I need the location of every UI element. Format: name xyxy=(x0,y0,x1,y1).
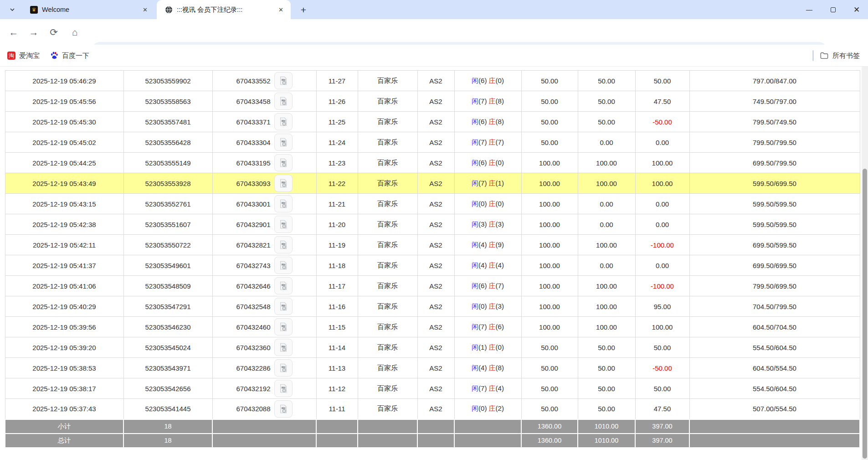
game-name: 百家乐 xyxy=(358,71,417,91)
forward-button[interactable]: → xyxy=(26,25,41,40)
video-replay-button[interactable] xyxy=(274,339,293,356)
tab-search-button[interactable] xyxy=(5,3,19,16)
tab-bet-records[interactable]: :::视讯 会员下注纪录::: ✕ xyxy=(157,0,291,19)
bet-amount-link[interactable]: 50.00 xyxy=(521,132,578,153)
bet-amount-link[interactable]: 50.00 xyxy=(521,358,578,378)
video-replay-button[interactable] xyxy=(274,195,293,212)
home-button[interactable]: ⌂ xyxy=(67,25,82,40)
tab-strip: ♛ Welcome ✕ :::视讯 会员下注纪录::: ✕ + — ✕ xyxy=(0,0,868,19)
bet-amount-link[interactable]: 100.00 xyxy=(521,235,578,255)
game-id: 670432743 xyxy=(236,262,270,269)
win-loss: 100.00 xyxy=(635,173,689,194)
bet-record-row[interactable]: 2025-12-19 05:43:15523053552761670433001… xyxy=(5,194,860,214)
video-replay-button[interactable] xyxy=(274,298,293,315)
bet-time: 2025-12-19 05:41:37 xyxy=(5,255,123,276)
video-replay-button[interactable] xyxy=(274,400,293,418)
game-id: 670433093 xyxy=(236,180,270,187)
video-replay-button[interactable] xyxy=(274,236,293,253)
game-id: 670432088 xyxy=(236,405,270,413)
video-replay-button[interactable] xyxy=(274,175,293,192)
bet-id: 523053550722 xyxy=(123,235,212,255)
bet-record-row[interactable]: 2025-12-19 05:46:29523053559902670433552… xyxy=(5,71,860,91)
tab-title: Welcome xyxy=(42,6,140,13)
game-result: 闲(6) 庄(0) xyxy=(454,153,521,173)
bet-amount-link[interactable]: 100.00 xyxy=(521,296,578,317)
bet-record-row[interactable]: 2025-12-19 05:40:29523053547291670432548… xyxy=(5,296,860,317)
valid-amount: 100.00 xyxy=(578,173,635,194)
bet-record-row[interactable]: 2025-12-19 05:38:53523053543971670432286… xyxy=(5,358,860,378)
bet-record-row[interactable]: 2025-12-19 05:39:20523053545024670432360… xyxy=(5,337,860,358)
bet-amount-link[interactable]: 100.00 xyxy=(521,317,578,337)
video-replay-button[interactable] xyxy=(274,72,293,89)
game-id: 670432460 xyxy=(236,323,270,331)
video-replay-button[interactable] xyxy=(274,113,293,130)
totals-win-loss: 397.00 xyxy=(635,434,689,448)
video-replay-button[interactable] xyxy=(274,359,293,377)
bet-record-row[interactable]: 2025-12-19 05:37:43523053541445670432088… xyxy=(5,399,860,419)
bet-record-row[interactable]: 2025-12-19 05:41:37523053549601670432743… xyxy=(5,255,860,276)
video-replay-button[interactable] xyxy=(274,318,293,336)
video-replay-button[interactable] xyxy=(274,277,293,295)
bet-amount-link[interactable]: 100.00 xyxy=(521,214,578,235)
table-code: AS2 xyxy=(417,317,454,337)
bookmark-baidu[interactable]: 百度一下 xyxy=(47,49,92,62)
reload-button[interactable]: ⟳ xyxy=(46,25,61,40)
bet-record-row[interactable]: 2025-12-19 05:45:02523053556428670433304… xyxy=(5,132,860,153)
valid-amount: 100.00 xyxy=(578,296,635,317)
bet-record-row[interactable]: 2025-12-19 05:42:11523053550722670432821… xyxy=(5,235,860,255)
bet-record-row[interactable]: 2025-12-19 05:45:56523053558563670433458… xyxy=(5,91,860,112)
bet-amount-link[interactable]: 100.00 xyxy=(521,153,578,173)
balance-before-after: 599.50/599.50 xyxy=(689,214,860,235)
table-code: AS2 xyxy=(417,358,454,378)
bet-amount-link[interactable]: 50.00 xyxy=(521,112,578,132)
bookmark-aitaobao[interactable]: 淘 爱淘宝 xyxy=(5,49,42,62)
bet-id: 523053547291 xyxy=(123,296,212,317)
bet-amount-link[interactable]: 100.00 xyxy=(521,173,578,194)
tab-close-icon[interactable]: ✕ xyxy=(140,5,150,15)
bet-record-row[interactable]: 2025-12-19 05:38:17523053542656670432192… xyxy=(5,378,860,399)
bet-record-row[interactable]: 2025-12-19 05:39:56523053546230670432460… xyxy=(5,317,860,337)
bet-time: 2025-12-19 05:45:30 xyxy=(5,112,123,132)
video-replay-button[interactable] xyxy=(274,93,293,110)
maximize-button[interactable] xyxy=(827,4,839,16)
video-replay-button[interactable] xyxy=(274,380,293,397)
table-code: AS2 xyxy=(417,214,454,235)
video-replay-button[interactable] xyxy=(274,154,293,171)
game-id: 670433371 xyxy=(236,118,270,126)
video-replay-button[interactable] xyxy=(274,216,293,233)
tab-close-icon[interactable]: ✕ xyxy=(276,5,286,15)
bet-record-row[interactable]: 2025-12-19 05:41:06523053548509670432646… xyxy=(5,276,860,296)
game-id-cell: 670433458 xyxy=(212,91,316,112)
bet-amount-link[interactable]: 50.00 xyxy=(521,378,578,399)
win-loss: 0.00 xyxy=(635,194,689,214)
valid-amount: 50.00 xyxy=(578,71,635,91)
bet-amount-link[interactable]: 50.00 xyxy=(521,399,578,419)
bet-amount-link[interactable]: 50.00 xyxy=(521,337,578,358)
bet-record-row[interactable]: 2025-12-19 05:42:38523053551607670432901… xyxy=(5,214,860,235)
valid-amount: 100.00 xyxy=(578,235,635,255)
close-window-button[interactable]: ✕ xyxy=(851,4,863,16)
bet-record-row[interactable]: 2025-12-19 05:43:49523053553928670433093… xyxy=(5,173,860,194)
game-id: 670432821 xyxy=(236,241,270,249)
new-tab-button[interactable]: + xyxy=(297,4,310,16)
tab-welcome[interactable]: ♛ Welcome ✕ xyxy=(22,0,155,19)
bet-record-row[interactable]: 2025-12-19 05:44:25523053555149670433195… xyxy=(5,153,860,173)
browser-toolbar: ← → ⟳ ⌂ 66cxkj98.com/game/betrecord_sear… xyxy=(0,19,868,45)
bet-amount-link[interactable]: 50.00 xyxy=(521,71,578,91)
bet-amount-link[interactable]: 100.00 xyxy=(521,276,578,296)
bet-record-row[interactable]: 2025-12-19 05:45:30523053557481670433371… xyxy=(5,112,860,132)
game-result: 闲(4) 庄(8) xyxy=(454,358,521,378)
video-replay-button[interactable] xyxy=(274,134,293,151)
minimize-button[interactable]: — xyxy=(803,4,815,16)
bet-amount-link[interactable]: 100.00 xyxy=(521,194,578,214)
balance-before-after: 554.50/604.50 xyxy=(689,337,860,358)
bet-id: 523053557481 xyxy=(123,112,212,132)
scrollbar-thumb[interactable] xyxy=(863,169,867,459)
bet-amount-link[interactable]: 100.00 xyxy=(521,255,578,276)
win-loss: 100.00 xyxy=(635,317,689,337)
game-id: 670432646 xyxy=(236,282,270,290)
all-bookmarks-button[interactable]: 所有书签 xyxy=(820,49,860,62)
bet-amount-link[interactable]: 50.00 xyxy=(521,91,578,112)
video-replay-button[interactable] xyxy=(274,257,293,274)
back-button[interactable]: ← xyxy=(6,25,21,40)
